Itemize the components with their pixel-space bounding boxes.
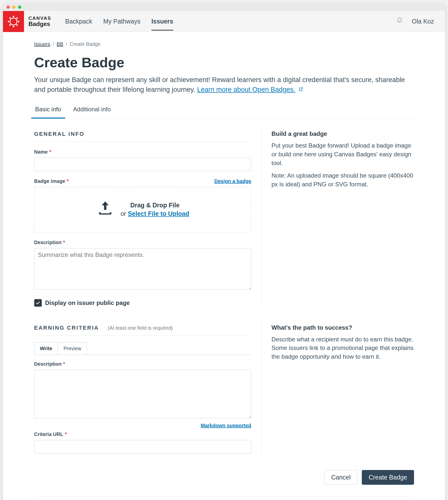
required-icon: * [49, 148, 51, 156]
breadcrumb-separator-icon: / [66, 41, 67, 48]
badge-image-label: Badge image [34, 178, 65, 185]
tab-basic-info[interactable]: Basic info [34, 102, 62, 118]
titlebar [3, 3, 445, 11]
help-general-title: Build a great badge [272, 130, 414, 138]
section-earning-heading: EARNING CRITERIA (At least one field is … [34, 324, 251, 332]
section-general-heading: GENERAL INFO [34, 130, 251, 138]
nav-my-pathways[interactable]: My Pathways [103, 15, 140, 27]
breadcrumb: Issuers / BB / Create Badge [34, 41, 414, 48]
svg-point-4 [18, 21, 19, 22]
display-public-checkbox[interactable] [34, 299, 42, 307]
help-general-p2: Note: An uploaded image should be square… [272, 171, 414, 189]
divider [34, 142, 251, 142]
dropzone-or: or [120, 210, 126, 217]
window-maximize-icon[interactable] [18, 6, 21, 9]
brand-logo-icon [3, 11, 24, 32]
display-public-label: Display on issuer public page [45, 299, 130, 307]
primary-nav: Backpack My Pathways Issuers [58, 11, 173, 32]
divider [34, 335, 251, 336]
help-earning-title: What's the path to success? [272, 323, 414, 332]
svg-point-7 [9, 24, 11, 26]
external-link-icon [298, 86, 303, 93]
design-badge-link[interactable]: Design a badge [214, 178, 251, 185]
learn-more-link[interactable]: Learn more about Open Badges. [197, 86, 295, 93]
select-file-link[interactable]: Select File to Upload [128, 210, 189, 217]
brand-line1: CANVAS [28, 16, 51, 21]
window: CANVAS Badges Backpack My Pathways Issue… [3, 3, 445, 500]
criteria-url-label: Criteria URL [34, 431, 63, 438]
svg-point-5 [9, 17, 11, 19]
svg-point-0 [10, 18, 17, 25]
name-label: Name [34, 148, 48, 156]
description-label: Description [34, 239, 62, 246]
criteria-description-textarea[interactable] [34, 370, 251, 418]
required-icon: * [63, 239, 65, 246]
brand[interactable]: CANVAS Badges [3, 11, 58, 32]
divider [34, 496, 414, 496]
svg-point-1 [13, 16, 14, 17]
help-general-p1: Put your best Badge forward! Upload a ba… [272, 141, 414, 167]
dropzone-title: Drag & Drop File [130, 201, 179, 210]
upload-icon [96, 199, 114, 220]
svg-point-8 [16, 24, 18, 26]
required-icon: * [67, 178, 69, 185]
tab-additional-info[interactable]: Additional info [72, 102, 112, 118]
breadcrumb-bb[interactable]: BB [57, 41, 63, 48]
page-title: Create Badge [34, 52, 414, 73]
criteria-url-input[interactable] [34, 440, 251, 453]
svg-point-3 [8, 21, 9, 22]
name-input[interactable] [34, 158, 251, 171]
breadcrumb-separator-icon: / [53, 41, 54, 48]
breadcrumb-issuers[interactable]: Issuers [34, 41, 50, 48]
form-actions: Cancel Create Badge [24, 470, 424, 492]
earning-heading-text: EARNING CRITERIA [34, 325, 99, 331]
breadcrumb-current: Create Badge [70, 41, 100, 48]
window-minimize-icon[interactable] [12, 6, 15, 9]
criteria-description-label: Description [34, 360, 62, 368]
brand-line2: Badges [28, 21, 51, 27]
subtab-preview[interactable]: Preview [58, 342, 87, 355]
form-tabs: Basic info Additional info [34, 102, 414, 119]
page-subtitle: Your unique Badge can represent any skil… [34, 75, 414, 95]
required-icon: * [65, 431, 67, 438]
nav-issuers[interactable]: Issuers [151, 15, 173, 27]
svg-point-6 [16, 17, 18, 19]
svg-point-2 [13, 26, 14, 27]
help-earning-p1: Describe what a recipient must do to ear… [272, 335, 414, 361]
window-close-icon[interactable] [6, 6, 10, 9]
topbar: CANVAS Badges Backpack My Pathways Issue… [3, 11, 445, 32]
create-badge-button[interactable]: Create Badge [362, 470, 414, 485]
badge-image-dropzone[interactable]: Drag & Drop File or Select File to Uploa… [34, 187, 251, 232]
user-menu[interactable]: Ola Koz [412, 17, 434, 26]
markdown-supported-link[interactable]: Markdown supported [34, 422, 251, 429]
notifications-icon[interactable] [396, 17, 403, 26]
description-textarea[interactable] [34, 248, 251, 290]
cancel-button[interactable]: Cancel [324, 470, 357, 485]
subtab-write[interactable]: Write [34, 342, 58, 355]
nav-backpack[interactable]: Backpack [65, 15, 92, 27]
earning-heading-note: (At least one field is required) [108, 325, 173, 331]
required-icon: * [63, 360, 65, 368]
criteria-subtabs: Write Preview [34, 342, 87, 355]
